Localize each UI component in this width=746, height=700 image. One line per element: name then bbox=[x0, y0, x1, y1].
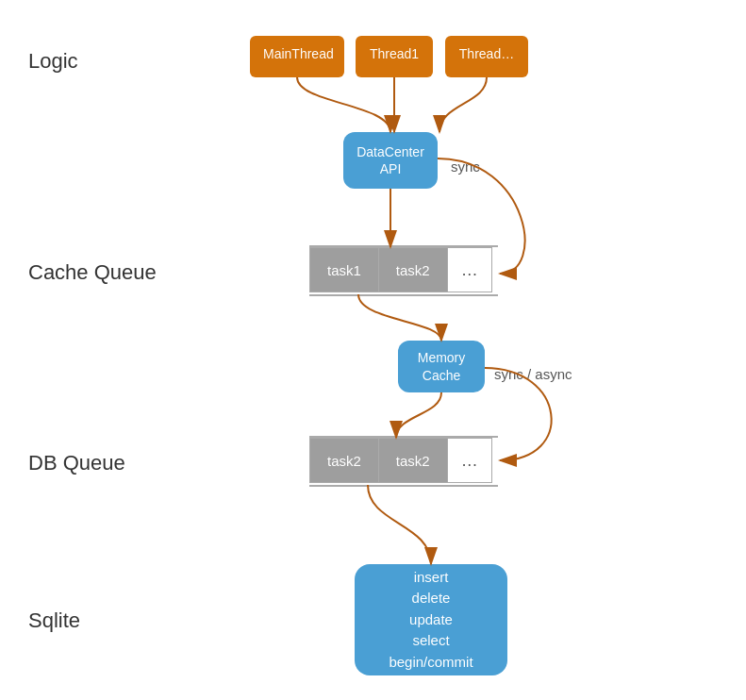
db-queue-label: DB Queue bbox=[28, 451, 125, 475]
diagram-container: Logic Cache Queue DB Queue Sqlite MainTh… bbox=[0, 0, 746, 700]
db-ellipsis: … bbox=[448, 438, 492, 483]
arrow-cachequeue-memorycache bbox=[358, 294, 441, 341]
main-thread-box: MainThread bbox=[250, 36, 344, 77]
datacenter-api-label: DataCenter API bbox=[356, 143, 424, 177]
cache-queue-box: task1 task2 … bbox=[309, 247, 492, 292]
thread1-box: Thread1 bbox=[356, 36, 433, 77]
logic-label: Logic bbox=[28, 49, 78, 74]
arrow-mainthread-datacenter bbox=[297, 77, 390, 132]
cache-queue-bottom-line bbox=[309, 294, 498, 296]
memory-cache-label: Memory Cache bbox=[418, 349, 466, 383]
cache-task1-cell: task1 bbox=[309, 247, 379, 292]
db-task2b-cell: task2 bbox=[379, 438, 448, 483]
db-queue-box: task2 task2 … bbox=[309, 438, 492, 483]
cache-ellipsis: … bbox=[448, 247, 492, 292]
datacenter-api-box: DataCenter API bbox=[343, 132, 438, 189]
db-queue-top-line bbox=[309, 436, 498, 438]
sqlite-label-text: insert delete update select begin/commit bbox=[389, 567, 472, 674]
sqlite-label: Sqlite bbox=[28, 608, 80, 633]
sync1-label: sync bbox=[451, 158, 480, 175]
arrow-memorycache-dbqueue bbox=[396, 392, 441, 438]
db-task2a-cell: task2 bbox=[309, 438, 379, 483]
cache-task2-cell: task2 bbox=[379, 247, 448, 292]
arrow-threadmore-datacenter bbox=[439, 77, 487, 132]
cache-queue-label: Cache Queue bbox=[28, 260, 157, 285]
sqlite-box: insert delete update select begin/commit bbox=[355, 564, 507, 675]
db-queue-bottom-line bbox=[309, 485, 498, 487]
arrow-dbqueue-sqlite bbox=[368, 485, 431, 564]
thread-more-box: Thread… bbox=[445, 36, 528, 77]
cache-queue-top-line bbox=[309, 245, 498, 247]
memory-cache-box: Memory Cache bbox=[398, 341, 485, 392]
sync2-label: sync / async bbox=[494, 366, 572, 382]
